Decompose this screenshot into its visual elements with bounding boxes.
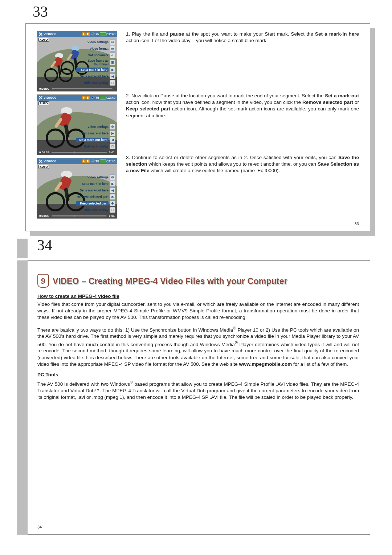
video-screenshot-1: VID0000 🔊 75 12:40 AUTO <box>37 31 117 92</box>
paragraph: There are basically two ways to do this;… <box>37 325 359 368</box>
page-footer-number: 34 <box>37 525 359 529</box>
chapter-title: VIDEO – Creating MPEG-4 Video Files with… <box>53 276 287 286</box>
video-title: VID0000 <box>44 32 56 36</box>
subheading-pctools: PC Tools <box>37 372 359 377</box>
page-number-top-33: 33 <box>33 3 392 20</box>
page-shadow <box>370 28 375 236</box>
chapter-heading: 9 VIDEO – Creating MPEG-4 Video Files wi… <box>37 274 359 288</box>
battery-icon <box>100 32 106 36</box>
chapter-number-badge: 9 <box>37 274 50 288</box>
close-icon <box>38 159 43 163</box>
paragraph: The AV 500 is delivered with two Windows… <box>37 380 359 401</box>
step-2-text: 2. Now click on Pause at the location yo… <box>126 93 359 119</box>
clock-value: 12:40 <box>107 32 115 36</box>
mark-out-icon: ◀ <box>110 73 115 79</box>
video-screenshot-2: VID0000 🔊7512:40 AUTO Video settings⚙ Se… <box>37 94 117 155</box>
subheading-howto: How to create an MPEG-4 video file <box>37 293 359 299</box>
gray-tab <box>17 239 28 258</box>
play-icon <box>82 32 86 36</box>
page-number-top-34: 34 <box>37 236 52 254</box>
pause-icon <box>86 32 90 36</box>
page-footer-number: 33 <box>37 222 359 226</box>
page-34-frame: 9 VIDEO – Creating MPEG-4 Video Files wi… <box>17 260 370 535</box>
mark-in-icon: ▶ <box>110 67 115 73</box>
bookmark-icon: ✓ <box>110 52 115 58</box>
page-shadow <box>30 231 375 236</box>
page-33-frame: VID0000 🔊 75 12:40 AUTO <box>25 23 370 231</box>
volume-value: 75 <box>95 32 99 36</box>
video-screenshot-3: VID0000 🔊7512:40 AUTO Video settings⚙ Se… <box>37 158 117 219</box>
speaker-icon: 🔊 <box>91 32 95 36</box>
close-icon <box>38 96 43 100</box>
step-1-text: 1. Play the file and pause at the spot y… <box>126 31 359 44</box>
time-left: 0:00:00 <box>39 87 49 90</box>
format-icon: ▭ <box>110 46 115 52</box>
paragraph: Video files that come from your digital … <box>37 301 359 321</box>
thumbnail-icon: ▣ <box>110 60 115 65</box>
auto-badge: AUTO <box>38 38 49 42</box>
context-menu: Video settings⚙ Video format▭ Set bookma… <box>75 39 116 86</box>
gear-icon: ⚙ <box>110 39 115 45</box>
overlay-icon: □ <box>110 80 115 86</box>
step-3-text: 3. Continue to select or delete other se… <box>126 154 359 174</box>
close-icon <box>38 32 43 36</box>
